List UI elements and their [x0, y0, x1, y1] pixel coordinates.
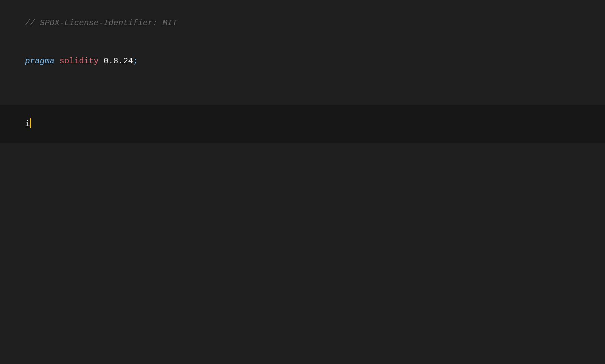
- code-line-2[interactable]: pragma solidity 0.8.24;: [5, 42, 605, 80]
- version-number: 0.8.24: [104, 56, 133, 66]
- typing-text: i: [25, 119, 30, 129]
- code-editor[interactable]: // SPDX-License-Identifier: MIT pragma s…: [0, 0, 605, 364]
- pragma-keyword: pragma: [25, 56, 55, 66]
- semicolon: ;: [133, 56, 138, 66]
- code-line-1[interactable]: // SPDX-License-Identifier: MIT: [5, 4, 605, 42]
- code-line-3[interactable]: [5, 80, 605, 93]
- comment-text: // SPDX-License-Identifier: MIT: [25, 18, 177, 28]
- code-line-4[interactable]: [5, 93, 605, 105]
- text-cursor: [30, 118, 31, 128]
- code-line-5-active[interactable]: i: [0, 105, 605, 143]
- solidity-keyword: solidity: [59, 56, 98, 66]
